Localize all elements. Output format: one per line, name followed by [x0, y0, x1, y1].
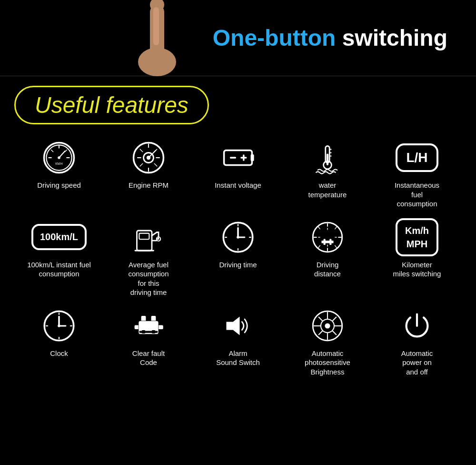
hand-icon	[114, 0, 200, 76]
svg-point-94	[325, 323, 330, 328]
feature-power: Automaticpower onand off	[372, 307, 462, 377]
svg-rect-3	[153, 7, 159, 45]
kmmph-label: Km/hMPH	[396, 218, 438, 256]
top-title: One-button switching	[213, 25, 447, 51]
lh-box-icon: L/H	[398, 139, 436, 177]
svg-rect-33	[327, 154, 328, 166]
title-blue: One-button	[213, 25, 336, 51]
feature-power-label: Automaticpower onand off	[401, 349, 433, 377]
feature-water-temp: watertemperature	[283, 139, 372, 209]
svg-line-9	[51, 150, 53, 152]
useful-features-badge: Useful features	[14, 86, 209, 124]
svg-rect-80	[142, 330, 145, 334]
svg-rect-65	[329, 239, 331, 245]
feature-driving-time: Driving time	[193, 218, 283, 297]
svg-point-45	[237, 236, 239, 239]
feature-clock-label: Clock	[50, 349, 68, 358]
battery-icon	[219, 139, 257, 177]
feature-fault-code: Clear faultCode	[104, 307, 193, 377]
svg-line-25	[149, 151, 156, 158]
svg-line-24	[154, 163, 157, 166]
feature-clock: Clock	[14, 307, 104, 377]
feature-driving-distance: Drivingdistance	[283, 218, 372, 297]
feature-km-mph-label: Kilometermiles switching	[393, 260, 441, 279]
feature-avg-fuel: Average fuelconsumptionfor thisdriving t…	[104, 218, 193, 297]
feature-brightness-label: AutomaticphotosensitiveBrightness	[305, 349, 350, 377]
feature-avg-fuel-label: Average fuelconsumptionfor thisdriving t…	[128, 260, 169, 297]
svg-text:KM/H: KM/H	[55, 162, 63, 165]
svg-line-23	[140, 163, 143, 166]
feature-instant-voltage: Instant voltage	[193, 139, 283, 209]
svg-point-69	[58, 324, 60, 327]
feature-instant-voltage-label: Instant voltage	[215, 181, 261, 190]
svg-rect-38	[139, 233, 149, 239]
svg-line-90	[318, 317, 323, 321]
useful-features-label: Useful features	[35, 92, 188, 118]
kmmph-box-icon: Km/hMPH	[398, 218, 436, 256]
svg-line-21	[140, 149, 143, 152]
feature-water-temp-label: watertemperature	[308, 181, 347, 199]
feature-km-mph: Km/hMPH Kilometermiles switching	[372, 218, 462, 297]
svg-rect-27	[251, 154, 254, 161]
svg-rect-63	[321, 241, 333, 243]
speaker-icon	[219, 307, 257, 345]
features-grid: KM/H Driving speed	[14, 139, 462, 376]
feature-alarm: AlarmSound Switch	[193, 307, 283, 377]
feature-driving-speed: KM/H Driving speed	[14, 139, 104, 209]
dial-icon	[308, 218, 347, 256]
power-icon	[398, 307, 436, 345]
svg-point-50	[313, 222, 342, 252]
svg-line-92	[332, 317, 337, 321]
feature-fault-code-label: Clear faultCode	[132, 349, 165, 367]
feature-instant-fuel: L/H Instantaneousfuelconsumption	[372, 139, 462, 209]
svg-rect-81	[152, 330, 155, 334]
svg-line-11	[59, 151, 65, 158]
feature-driving-time-label: Driving time	[219, 260, 257, 270]
svg-line-58	[318, 245, 320, 248]
svg-line-55	[335, 226, 337, 229]
speedometer-icon: KM/H	[40, 139, 78, 177]
feature-instant-fuel-label: Instantaneousfuelconsumption	[395, 181, 439, 209]
svg-line-93	[318, 330, 323, 334]
aperture-icon	[308, 307, 347, 345]
feature-engine-rpm: Engine RPM	[104, 139, 193, 209]
feature-driving-distance-label: Drivingdistance	[314, 260, 341, 279]
bottom-section: Useful features KM/H	[0, 76, 476, 381]
svg-rect-26	[224, 151, 252, 165]
svg-marker-83	[227, 316, 240, 335]
water-temp-icon	[308, 139, 347, 177]
feature-engine-rpm-label: Engine RPM	[129, 181, 169, 190]
tachometer-icon	[129, 139, 168, 177]
100kml-label: 100km/L	[31, 224, 87, 250]
svg-line-56	[318, 226, 320, 229]
feature-driving-speed-label: Driving speed	[37, 181, 81, 190]
100kml-box-icon: 100km/L	[31, 218, 87, 256]
fuel-pump-icon	[129, 218, 168, 256]
clock-icon	[40, 307, 78, 345]
feature-brightness: AutomaticphotosensitiveBrightness	[283, 307, 372, 377]
top-section: One-button switching	[0, 0, 476, 76]
title-white: switching	[336, 25, 447, 51]
svg-line-91	[332, 330, 337, 334]
lh-label: L/H	[396, 143, 438, 172]
engine-icon	[129, 307, 168, 345]
svg-line-57	[335, 245, 337, 248]
feature-alarm-label: AlarmSound Switch	[216, 349, 260, 367]
feature-100kml: 100km/L 100km/L instant fuel consumption	[14, 218, 104, 297]
svg-point-12	[58, 156, 60, 159]
svg-rect-64	[324, 239, 326, 245]
driving-time-clock-icon	[219, 218, 257, 256]
feature-100kml-label: 100km/L instant fuel consumption	[26, 260, 92, 279]
